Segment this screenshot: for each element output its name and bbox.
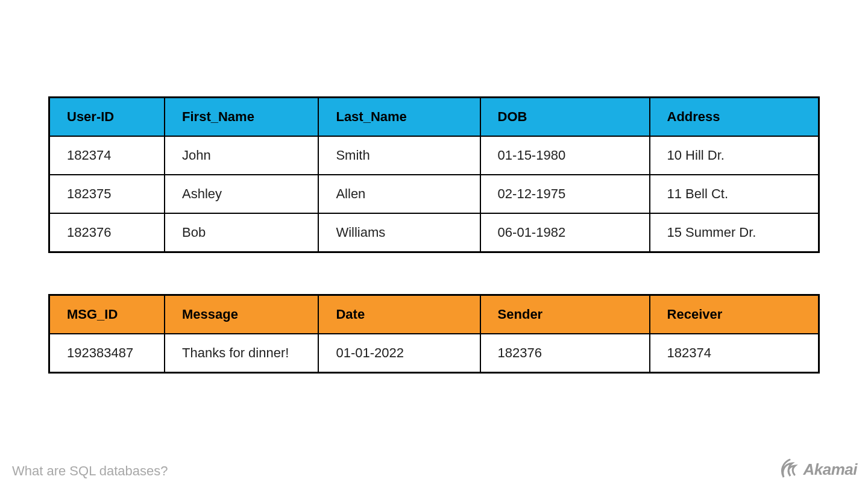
cell: 182374 bbox=[650, 334, 819, 373]
cell: 182376 bbox=[480, 334, 650, 373]
users-table: User-ID First_Name Last_Name DOB Address… bbox=[48, 96, 820, 253]
diagram-content: User-ID First_Name Last_Name DOB Address… bbox=[0, 0, 868, 374]
page-caption: What are SQL databases? bbox=[12, 463, 168, 479]
table-row: 192383487 Thanks for dinner! 01-01-2022 … bbox=[49, 334, 819, 373]
cell: Williams bbox=[318, 213, 480, 252]
table-header-row: User-ID First_Name Last_Name DOB Address bbox=[49, 98, 819, 137]
cell: Smith bbox=[318, 136, 480, 175]
cell: 182374 bbox=[49, 136, 165, 175]
messages-table: MSG_ID Message Date Sender Receiver 1923… bbox=[48, 294, 820, 374]
column-header: Last_Name bbox=[318, 98, 480, 137]
column-header: User-ID bbox=[49, 98, 165, 137]
cell: 11 Bell Ct. bbox=[650, 175, 819, 213]
akamai-wave-icon bbox=[778, 458, 801, 481]
cell: 01-01-2022 bbox=[318, 334, 480, 373]
cell: John bbox=[165, 136, 318, 175]
cell: 10 Hill Dr. bbox=[650, 136, 819, 175]
cell: 15 Summer Dr. bbox=[650, 213, 819, 252]
brand-name: Akamai bbox=[804, 460, 858, 479]
cell: 182376 bbox=[49, 213, 165, 252]
column-header: Sender bbox=[480, 295, 650, 334]
column-header: Date bbox=[318, 295, 480, 334]
table-header-row: MSG_ID Message Date Sender Receiver bbox=[49, 295, 819, 334]
spacer bbox=[48, 253, 820, 294]
cell: Ashley bbox=[165, 175, 318, 213]
column-header: DOB bbox=[480, 98, 650, 137]
column-header: MSG_ID bbox=[49, 295, 165, 334]
table-row: 182374 John Smith 01-15-1980 10 Hill Dr. bbox=[49, 136, 819, 175]
cell: 01-15-1980 bbox=[480, 136, 650, 175]
cell: 06-01-1982 bbox=[480, 213, 650, 252]
cell: Allen bbox=[318, 175, 480, 213]
column-header: Receiver bbox=[650, 295, 819, 334]
cell: Bob bbox=[165, 213, 318, 252]
brand-logo: Akamai bbox=[778, 458, 858, 481]
column-header: First_Name bbox=[165, 98, 318, 137]
cell: 02-12-1975 bbox=[480, 175, 650, 213]
cell: 192383487 bbox=[49, 334, 165, 373]
cell: Thanks for dinner! bbox=[165, 334, 318, 373]
column-header: Message bbox=[165, 295, 318, 334]
table-row: 182376 Bob Williams 06-01-1982 15 Summer… bbox=[49, 213, 819, 252]
column-header: Address bbox=[650, 98, 819, 137]
table-row: 182375 Ashley Allen 02-12-1975 11 Bell C… bbox=[49, 175, 819, 213]
cell: 182375 bbox=[49, 175, 165, 213]
